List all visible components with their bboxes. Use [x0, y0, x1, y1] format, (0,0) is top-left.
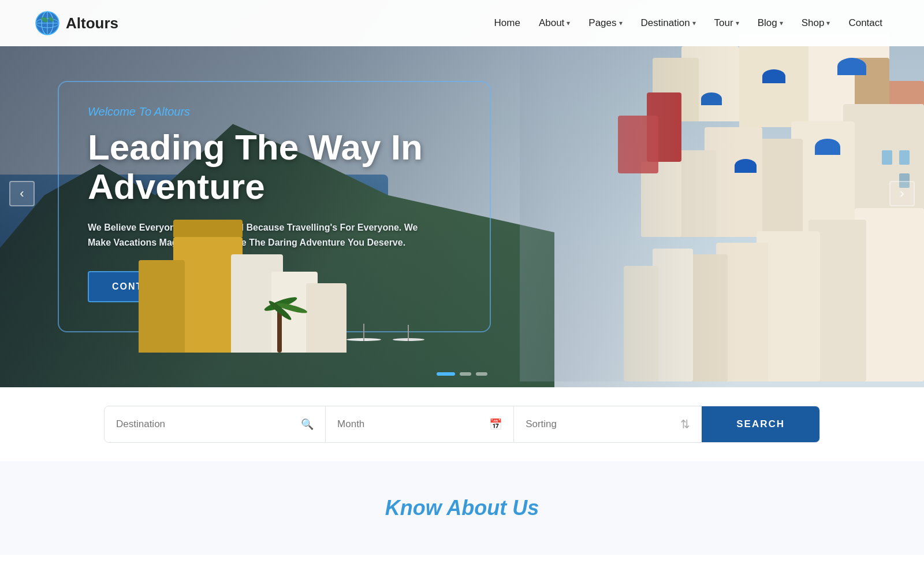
know-about-title: Know About Us [35, 496, 889, 520]
nav-link-tour[interactable]: Tour ▾ [707, 13, 746, 34]
calendar-icon: 📅 [489, 418, 502, 431]
nav-item-destination[interactable]: Destination ▾ [634, 13, 703, 34]
nav-link-shop[interactable]: Shop ▾ [795, 13, 837, 34]
sorting-field: ⇅ [514, 406, 702, 442]
next-arrow-icon: › [900, 186, 904, 201]
shop-chevron-icon: ▾ [826, 19, 830, 27]
nav-item-pages[interactable]: Pages ▾ [582, 13, 629, 34]
hero-title: Leading The Way In Adventure [88, 128, 461, 206]
month-field: 📅 [326, 406, 514, 442]
hero-welcome-text: Welcome To Altours [88, 105, 461, 118]
tour-chevron-icon: ▾ [736, 19, 739, 27]
nav-link-destination[interactable]: Destination ▾ [634, 13, 703, 34]
sort-icon: ⇅ [680, 417, 690, 431]
sorting-input[interactable] [526, 418, 673, 430]
pages-chevron-icon: ▾ [619, 19, 623, 27]
slider-prev-button[interactable]: ‹ [9, 181, 35, 206]
nav-item-home[interactable]: Home [487, 13, 527, 34]
nav-item-blog[interactable]: Blog ▾ [751, 13, 790, 34]
slider-dot-3[interactable] [476, 372, 487, 376]
bottom-section: Know About Us [0, 461, 924, 555]
nav-link-home[interactable]: Home [487, 13, 527, 34]
slider-next-button[interactable]: › [889, 181, 915, 206]
about-chevron-icon: ▾ [567, 19, 570, 27]
search-section: 🔍 📅 ⇅ SEARCH [0, 387, 924, 461]
slider-dots [437, 372, 487, 376]
search-bar: 🔍 📅 ⇅ SEARCH [104, 406, 820, 443]
nav-link-about[interactable]: About ▾ [532, 13, 577, 34]
brand-logo[interactable]: Altours [35, 10, 118, 36]
search-button[interactable]: SEARCH [702, 406, 819, 442]
navbar: Altours Home About ▾ Pages ▾ Destination… [0, 0, 924, 46]
nav-item-shop[interactable]: Shop ▾ [795, 13, 837, 34]
destination-chevron-icon: ▾ [692, 19, 696, 27]
prev-arrow-icon: ‹ [20, 186, 24, 201]
nav-link-contact[interactable]: Contact [841, 13, 889, 34]
blog-chevron-icon: ▾ [780, 19, 783, 27]
month-input[interactable] [337, 418, 482, 430]
nav-link-blog[interactable]: Blog ▾ [751, 13, 790, 34]
nav-link-pages[interactable]: Pages ▾ [582, 13, 629, 34]
hero-section: ‹ Welcome To Altours Leading The Way In … [0, 0, 924, 387]
destination-field: 🔍 [105, 406, 326, 442]
nav-links: Home About ▾ Pages ▾ Destination ▾ Tour … [487, 13, 889, 34]
destination-input[interactable] [116, 418, 294, 430]
globe-icon [35, 10, 60, 36]
nav-item-tour[interactable]: Tour ▾ [707, 13, 746, 34]
nav-item-about[interactable]: About ▾ [532, 13, 577, 34]
hero-description: We Believe Everyone Should Travel Becaus… [88, 220, 423, 250]
nav-item-contact[interactable]: Contact [841, 13, 889, 34]
destination-search-icon: 🔍 [301, 418, 314, 431]
slider-dot-2[interactable] [460, 372, 471, 376]
slider-dot-1[interactable] [437, 372, 455, 376]
brand-name: Altours [66, 14, 118, 32]
